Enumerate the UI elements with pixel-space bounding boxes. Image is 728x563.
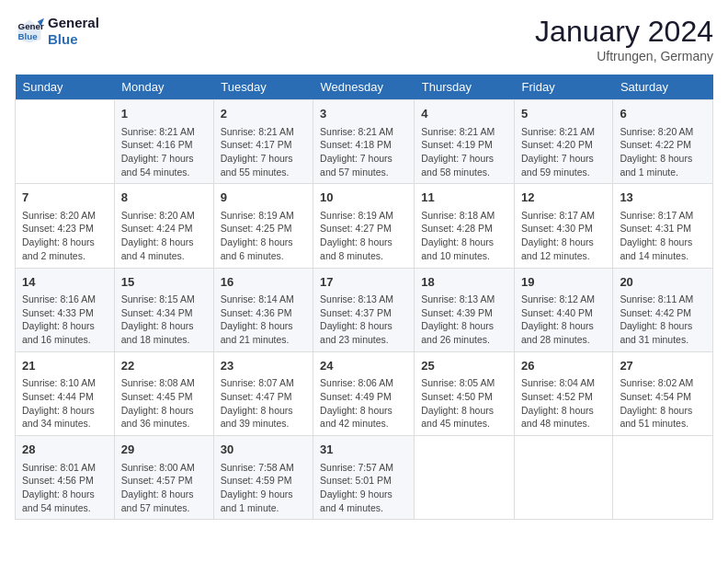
day-number: 30 xyxy=(221,441,306,459)
day-cell: 11Sunrise: 8:18 AM Sunset: 4:28 PM Dayli… xyxy=(415,184,515,268)
day-cell: 19Sunrise: 8:12 AM Sunset: 4:40 PM Dayli… xyxy=(515,268,613,351)
day-cell xyxy=(415,436,515,520)
day-number: 5 xyxy=(521,105,606,123)
day-info: Sunrise: 8:11 AM Sunset: 4:42 PM Dayligh… xyxy=(620,293,706,347)
day-info: Sunrise: 8:16 AM Sunset: 4:33 PM Dayligh… xyxy=(22,293,108,347)
week-row-4: 21Sunrise: 8:10 AM Sunset: 4:44 PM Dayli… xyxy=(16,351,713,435)
day-cell xyxy=(515,436,613,520)
day-number: 17 xyxy=(320,273,407,292)
col-header-friday: Friday xyxy=(515,75,613,100)
day-cell: 29Sunrise: 8:00 AM Sunset: 4:57 PM Dayli… xyxy=(114,436,213,520)
day-cell: 27Sunrise: 8:02 AM Sunset: 4:54 PM Dayli… xyxy=(613,351,713,435)
day-cell: 18Sunrise: 8:13 AM Sunset: 4:39 PM Dayli… xyxy=(415,268,515,351)
day-cell: 21Sunrise: 8:10 AM Sunset: 4:44 PM Dayli… xyxy=(16,351,115,435)
day-info: Sunrise: 8:21 AM Sunset: 4:18 PM Dayligh… xyxy=(320,125,407,179)
logo-general: General xyxy=(48,15,99,31)
day-number: 10 xyxy=(320,189,407,207)
day-number: 18 xyxy=(421,273,507,292)
day-info: Sunrise: 8:02 AM Sunset: 4:54 PM Dayligh… xyxy=(620,376,706,431)
day-info: Sunrise: 8:00 AM Sunset: 4:57 PM Dayligh… xyxy=(121,461,207,515)
day-info: Sunrise: 8:19 AM Sunset: 4:25 PM Dayligh… xyxy=(221,209,306,263)
day-cell: 4Sunrise: 8:21 AM Sunset: 4:19 PM Daylig… xyxy=(415,100,515,184)
day-info: Sunrise: 8:17 AM Sunset: 4:30 PM Dayligh… xyxy=(521,209,606,263)
day-info: Sunrise: 8:17 AM Sunset: 4:31 PM Dayligh… xyxy=(620,209,706,263)
day-number: 23 xyxy=(221,357,306,375)
week-row-3: 14Sunrise: 8:16 AM Sunset: 4:33 PM Dayli… xyxy=(16,268,713,351)
day-number: 15 xyxy=(121,273,207,292)
day-number: 28 xyxy=(22,441,108,459)
col-header-monday: Monday xyxy=(114,75,213,100)
day-info: Sunrise: 8:13 AM Sunset: 4:39 PM Dayligh… xyxy=(421,293,507,347)
day-info: Sunrise: 8:01 AM Sunset: 4:56 PM Dayligh… xyxy=(22,461,108,515)
day-number: 25 xyxy=(421,357,507,375)
day-info: Sunrise: 8:18 AM Sunset: 4:28 PM Dayligh… xyxy=(421,209,507,263)
day-cell: 24Sunrise: 8:06 AM Sunset: 4:49 PM Dayli… xyxy=(313,351,415,435)
day-number: 12 xyxy=(521,189,606,207)
day-cell: 31Sunrise: 7:57 AM Sunset: 5:01 PM Dayli… xyxy=(313,436,415,520)
col-header-saturday: Saturday xyxy=(613,75,713,100)
day-cell: 30Sunrise: 7:58 AM Sunset: 4:59 PM Dayli… xyxy=(213,436,313,520)
day-cell: 23Sunrise: 8:07 AM Sunset: 4:47 PM Dayli… xyxy=(213,351,313,435)
day-number: 1 xyxy=(121,105,207,123)
week-row-2: 7Sunrise: 8:20 AM Sunset: 4:23 PM Daylig… xyxy=(16,184,713,268)
day-number: 22 xyxy=(121,357,207,375)
week-row-1: 1Sunrise: 8:21 AM Sunset: 4:16 PM Daylig… xyxy=(16,100,713,184)
logo-blue: Blue xyxy=(48,31,99,48)
day-number: 14 xyxy=(22,273,108,292)
day-cell: 10Sunrise: 8:19 AM Sunset: 4:27 PM Dayli… xyxy=(313,184,415,268)
day-info: Sunrise: 8:19 AM Sunset: 4:27 PM Dayligh… xyxy=(320,209,407,263)
day-info: Sunrise: 8:20 AM Sunset: 4:24 PM Dayligh… xyxy=(121,209,207,263)
day-cell: 7Sunrise: 8:20 AM Sunset: 4:23 PM Daylig… xyxy=(16,184,115,268)
day-cell: 14Sunrise: 8:16 AM Sunset: 4:33 PM Dayli… xyxy=(16,268,115,351)
location: Uftrungen, Germany xyxy=(535,49,713,63)
day-number: 4 xyxy=(421,105,507,123)
day-number: 19 xyxy=(521,273,606,292)
day-cell xyxy=(16,100,115,184)
day-cell: 26Sunrise: 8:04 AM Sunset: 4:52 PM Dayli… xyxy=(515,351,613,435)
day-cell: 13Sunrise: 8:17 AM Sunset: 4:31 PM Dayli… xyxy=(613,184,713,268)
day-number: 29 xyxy=(121,441,207,459)
day-info: Sunrise: 8:12 AM Sunset: 4:40 PM Dayligh… xyxy=(521,293,606,347)
day-cell: 12Sunrise: 8:17 AM Sunset: 4:30 PM Dayli… xyxy=(515,184,613,268)
day-info: Sunrise: 8:21 AM Sunset: 4:20 PM Dayligh… xyxy=(521,125,606,179)
day-info: Sunrise: 8:04 AM Sunset: 4:52 PM Dayligh… xyxy=(521,376,606,431)
col-header-tuesday: Tuesday xyxy=(213,75,313,100)
day-number: 24 xyxy=(320,357,407,375)
day-number: 21 xyxy=(22,357,108,375)
month-title: January 2024 xyxy=(535,15,713,49)
day-cell xyxy=(613,436,713,520)
day-info: Sunrise: 8:06 AM Sunset: 4:49 PM Dayligh… xyxy=(320,376,407,431)
logo: General Blue General Blue xyxy=(15,15,99,48)
title-block: January 2024 Uftrungen, Germany xyxy=(535,15,713,63)
day-number: 26 xyxy=(521,357,606,375)
day-cell: 20Sunrise: 8:11 AM Sunset: 4:42 PM Dayli… xyxy=(613,268,713,351)
day-cell: 3Sunrise: 8:21 AM Sunset: 4:18 PM Daylig… xyxy=(313,100,415,184)
calendar-table: SundayMondayTuesdayWednesdayThursdayFrid… xyxy=(15,75,713,520)
day-info: Sunrise: 8:21 AM Sunset: 4:16 PM Dayligh… xyxy=(121,125,207,179)
week-row-5: 28Sunrise: 8:01 AM Sunset: 4:56 PM Dayli… xyxy=(16,436,713,520)
day-info: Sunrise: 7:57 AM Sunset: 5:01 PM Dayligh… xyxy=(320,461,407,515)
day-number: 31 xyxy=(320,441,407,459)
day-info: Sunrise: 7:58 AM Sunset: 4:59 PM Dayligh… xyxy=(221,461,306,515)
day-number: 8 xyxy=(121,189,207,207)
day-number: 27 xyxy=(620,357,706,375)
day-info: Sunrise: 8:05 AM Sunset: 4:50 PM Dayligh… xyxy=(421,376,507,431)
day-cell: 28Sunrise: 8:01 AM Sunset: 4:56 PM Dayli… xyxy=(16,436,115,520)
day-cell: 9Sunrise: 8:19 AM Sunset: 4:25 PM Daylig… xyxy=(213,184,313,268)
day-cell: 1Sunrise: 8:21 AM Sunset: 4:16 PM Daylig… xyxy=(114,100,213,184)
day-cell: 25Sunrise: 8:05 AM Sunset: 4:50 PM Dayli… xyxy=(415,351,515,435)
day-cell: 15Sunrise: 8:15 AM Sunset: 4:34 PM Dayli… xyxy=(114,268,213,351)
day-number: 11 xyxy=(421,189,507,207)
day-number: 13 xyxy=(620,189,706,207)
day-number: 3 xyxy=(320,105,407,123)
col-header-wednesday: Wednesday xyxy=(313,75,415,100)
page-header: General Blue General Blue January 2024 U… xyxy=(15,15,713,63)
day-info: Sunrise: 8:15 AM Sunset: 4:34 PM Dayligh… xyxy=(121,293,207,347)
day-cell: 2Sunrise: 8:21 AM Sunset: 4:17 PM Daylig… xyxy=(213,100,313,184)
day-info: Sunrise: 8:21 AM Sunset: 4:19 PM Dayligh… xyxy=(421,125,507,179)
svg-text:Blue: Blue xyxy=(18,31,39,41)
day-number: 20 xyxy=(620,273,706,292)
col-header-thursday: Thursday xyxy=(415,75,515,100)
logo-icon: General Blue xyxy=(15,17,44,46)
day-number: 2 xyxy=(221,105,306,123)
